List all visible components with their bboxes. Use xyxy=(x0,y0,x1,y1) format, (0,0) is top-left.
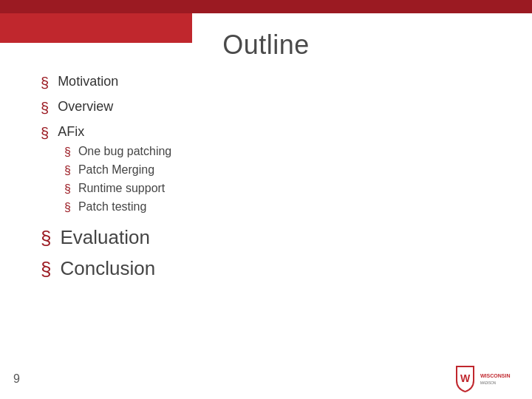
bullet-marker-3: § xyxy=(41,125,49,142)
bullet-marker-2: § xyxy=(41,100,49,117)
sub-bullet-2: § xyxy=(64,164,71,177)
bullet-marker-1: § xyxy=(41,75,49,92)
slide-title: Outline xyxy=(222,30,310,61)
afix-sub-list: § One bug patching § Patch Merging § Run… xyxy=(41,145,171,219)
list-item-conclusion: § Conclusion xyxy=(41,257,491,281)
main-bullet-list: § Motivation § Overview § AFix § One bug… xyxy=(41,74,491,281)
list-item-afix: § AFix § One bug patching § Patch Mergin… xyxy=(41,124,491,219)
svg-text:MADISON: MADISON xyxy=(480,381,496,385)
sub-item-one-bug: § One bug patching xyxy=(64,145,171,159)
list-item-motivation: § Motivation xyxy=(41,74,491,92)
bottom-section: 9 W WISCONSIN MADISON xyxy=(0,358,532,399)
sub-item-runtime: § Runtime support xyxy=(64,182,171,196)
conclusion-label: Conclusion xyxy=(60,257,155,280)
page-number: 9 xyxy=(13,372,20,386)
content-area: § Motivation § Overview § AFix § One bug… xyxy=(0,74,532,281)
overview-label: Overview xyxy=(58,99,113,115)
top-bar xyxy=(0,0,532,13)
sub-item-patch-testing: § Patch testing xyxy=(64,200,171,214)
runtime-label: Runtime support xyxy=(78,182,165,195)
patch-testing-label: Patch testing xyxy=(78,200,147,214)
patch-merging-label: Patch Merging xyxy=(78,163,154,177)
red-accent xyxy=(0,13,192,43)
svg-text:W: W xyxy=(460,372,471,384)
one-bug-label: One bug patching xyxy=(78,145,171,158)
afix-label: AFix xyxy=(58,124,84,140)
sub-bullet-1: § xyxy=(64,146,71,159)
sub-item-patch-merging: § Patch Merging xyxy=(64,163,171,177)
sub-bullet-4: § xyxy=(64,201,71,214)
bullet-marker-5: § xyxy=(41,258,51,281)
bullet-marker-4: § xyxy=(41,227,51,250)
logo-area: W WISCONSIN MADISON xyxy=(452,364,519,394)
evaluation-label: Evaluation xyxy=(60,226,149,249)
list-item-overview: § Overview xyxy=(41,99,491,117)
motivation-label: Motivation xyxy=(58,74,118,89)
svg-text:WISCONSIN: WISCONSIN xyxy=(480,373,510,378)
list-item-evaluation: § Evaluation xyxy=(41,226,491,250)
uw-logo: W WISCONSIN MADISON xyxy=(452,364,519,394)
sub-bullet-3: § xyxy=(64,183,71,196)
